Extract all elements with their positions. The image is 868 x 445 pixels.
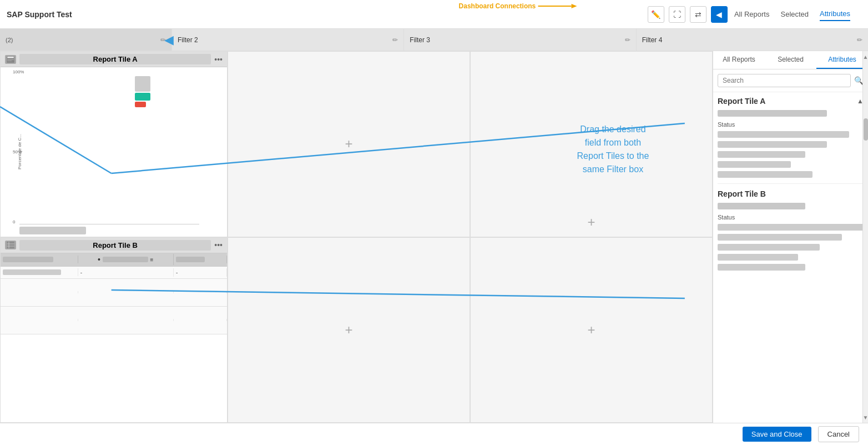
filter-edit-icon-2[interactable]: ✏ xyxy=(392,36,398,44)
svg-rect-8 xyxy=(7,59,14,60)
search-row: 🔍 xyxy=(713,69,868,92)
filter-box-2[interactable]: ◀ Filter 2 ✏ xyxy=(172,29,404,51)
table-header: • ≡ xyxy=(1,253,227,267)
y-0: 0 xyxy=(13,219,15,224)
panel-field-a-2[interactable] xyxy=(718,141,827,148)
report-tile-a: Report Tile A ••• Porcentaje de C... 100… xyxy=(1,52,227,237)
tab-selected[interactable]: Selected xyxy=(780,8,809,21)
chart-legend xyxy=(135,76,150,107)
panel-title-a: Report Tile A ▲ xyxy=(718,97,864,106)
legend-item-3 xyxy=(135,102,146,107)
report-tile-a-menu[interactable]: ••• xyxy=(214,55,223,64)
dashboard-connections-label: Dashboard Connections xyxy=(459,2,536,10)
table-row-2 xyxy=(1,279,227,307)
panel-tab-selected[interactable]: Selected xyxy=(765,51,816,69)
panel-field-b-2[interactable] xyxy=(718,234,842,241)
app-title: SAP Support Test xyxy=(7,10,648,19)
bar-container xyxy=(19,74,199,224)
back-button[interactable]: ◀ xyxy=(711,6,728,23)
panel-field-a-1[interactable] xyxy=(718,131,849,138)
report-tile-a-title: Report Tile A xyxy=(19,54,211,64)
expand-button[interactable]: ⛶ xyxy=(669,6,685,23)
scroll-thumb[interactable] xyxy=(864,118,868,141)
canvas-cell-r2c2[interactable]: + xyxy=(228,237,470,423)
x-axis-label xyxy=(19,227,86,234)
instruction-overlay: Drag the desired field from both Report … xyxy=(577,123,649,176)
scroll-down-arrow[interactable]: ▼ xyxy=(863,412,868,423)
canvas-area: Report Tile A ••• Porcentaje de C... 100… xyxy=(0,51,713,423)
status-label-a: Status xyxy=(718,121,864,128)
panel-section-a: Report Tile A ▲ Status xyxy=(718,97,864,178)
header-icons: ✏️ ⛶ ⇄ ◀ xyxy=(648,6,728,23)
scroll-up-arrow[interactable]: ▲ xyxy=(863,51,868,62)
tab-all-reports[interactable]: All Reports xyxy=(734,8,770,21)
table-cell-1-3: - xyxy=(174,268,227,277)
filter-label-3: Filter 3 xyxy=(410,36,624,44)
add-tile-r2c2[interactable]: + xyxy=(345,322,352,338)
right-panel-tabs: All Reports Selected Attributes xyxy=(713,51,868,69)
table-cell-2-1 xyxy=(1,291,78,293)
table-row-3 xyxy=(1,307,227,334)
canvas-cell-r1c3[interactable]: Drag the desired field from both Report … xyxy=(470,51,713,237)
share-button[interactable]: ⇄ xyxy=(690,6,706,23)
edit-button[interactable]: ✏️ xyxy=(648,6,664,23)
panel-field-b-1[interactable] xyxy=(718,224,864,231)
search-input[interactable] xyxy=(718,74,851,87)
panel-field-a-3[interactable] xyxy=(718,151,805,158)
canvas-cell-r2c3[interactable]: + xyxy=(470,237,713,423)
filter-edit-icon-3[interactable]: ✏ xyxy=(625,36,630,44)
panel-field-b-4[interactable] xyxy=(718,254,798,261)
report-tile-b-cell: Report Tile B ••• • ≡ xyxy=(0,237,228,423)
table-cell-1-1 xyxy=(1,268,78,276)
svg-marker-1 xyxy=(571,4,577,8)
panel-divider xyxy=(718,183,864,184)
dashboard-connections-arrow xyxy=(538,2,582,10)
main-layout: Report Tile A ••• Porcentaje de C... 100… xyxy=(0,51,868,423)
canvas-cell-r1c2[interactable]: + xyxy=(228,51,470,237)
report-tile-a-chart: Porcentaje de C... 100% 50% 0 xyxy=(1,67,227,237)
svg-rect-7 xyxy=(7,58,14,59)
report-tile-b-header: Report Tile B ••• xyxy=(1,238,227,253)
table-cell-3-1 xyxy=(1,319,78,321)
report-tile-b-menu[interactable]: ••• xyxy=(214,241,223,249)
status-label-b: Status xyxy=(718,214,864,221)
svg-rect-6 xyxy=(7,57,14,58)
save-close-button[interactable]: Save and Close xyxy=(743,427,811,442)
right-panel: All Reports Selected Attributes 🔍 Report… xyxy=(713,51,868,423)
panel-title-b: Report Tile B xyxy=(718,189,864,198)
report-tile-b: Report Tile B ••• • ≡ xyxy=(1,238,227,423)
tab-attributes[interactable]: Attributes xyxy=(820,7,850,21)
report-tile-b-title: Report Tile B xyxy=(19,240,211,251)
table-cell-3-2 xyxy=(78,319,174,321)
table-header-col2: • ≡ xyxy=(78,254,174,265)
panel-field-a-5[interactable] xyxy=(718,171,813,178)
filter-box-1[interactable]: (2) ✏ xyxy=(0,29,172,51)
right-panel-content: Report Tile A ▲ Status Report Tile B xyxy=(713,92,868,423)
panel-field-a-4[interactable] xyxy=(718,161,791,168)
add-tile-r1c2[interactable]: + xyxy=(345,136,352,152)
report-tile-a-icon xyxy=(5,55,16,64)
report-tile-b-icon xyxy=(5,241,16,249)
panel-tab-attributes[interactable]: Attributes xyxy=(816,51,868,69)
panel-field-b-3[interactable] xyxy=(718,244,820,251)
legend-item-1 xyxy=(135,76,150,92)
add-tile-r1c3[interactable]: + xyxy=(587,214,595,230)
filter-box-3[interactable]: Filter 3 ✏ xyxy=(404,29,636,51)
scrollbar[interactable]: ▲ ▼ xyxy=(862,51,868,423)
panel-field-b-5[interactable] xyxy=(718,264,805,271)
table-row-1: - - xyxy=(1,267,227,279)
add-tile-r2c3[interactable]: + xyxy=(587,322,595,338)
header-tabs: All Reports Selected Attributes xyxy=(734,7,861,21)
table-cell-2-2 xyxy=(78,291,174,293)
filter-edit-icon-4[interactable]: ✏ xyxy=(857,36,862,44)
table-header-col3 xyxy=(174,256,227,263)
table-cell-1-2: - xyxy=(78,268,174,277)
table-cell-3-3 xyxy=(174,319,227,321)
table-header-col1 xyxy=(1,256,78,263)
panel-tab-all-reports[interactable]: All Reports xyxy=(713,51,765,69)
footer: Save and Close Cancel xyxy=(0,423,868,445)
filter-label-2: Filter 2 xyxy=(178,36,392,44)
filter-box-4[interactable]: Filter 4 ✏ xyxy=(637,29,868,51)
filter-label-1: (2) xyxy=(6,37,160,43)
cancel-button[interactable]: Cancel xyxy=(818,426,859,442)
